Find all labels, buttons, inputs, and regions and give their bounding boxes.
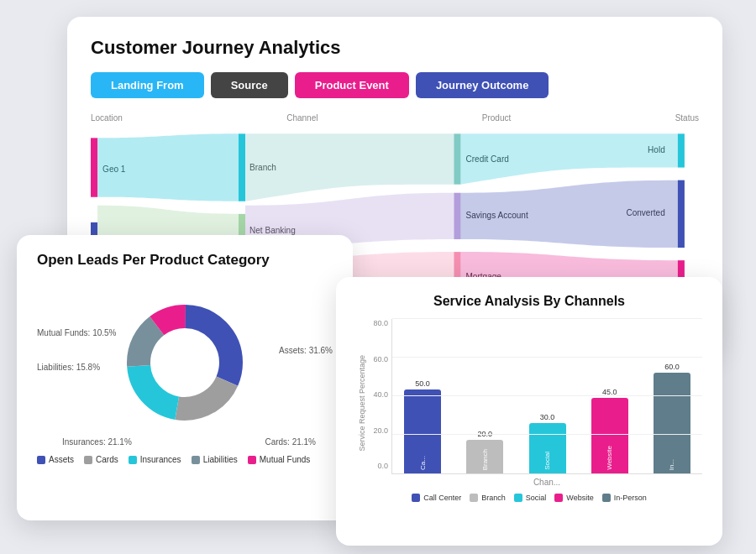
legend-insurances: Insurances xyxy=(129,455,181,464)
legend-label-assets: Assets xyxy=(49,455,74,464)
bar-inner-label-branch: Branch xyxy=(481,446,489,473)
legend-label-insurances: Insurances xyxy=(140,455,181,464)
col-label-product: Product xyxy=(482,113,511,123)
service-legend-branch: Branch xyxy=(470,494,506,502)
svg-rect-15 xyxy=(454,193,460,239)
legend-dot-assets xyxy=(37,456,45,464)
service-legend-label-website: Website xyxy=(566,494,593,502)
legend-label-mutual-funds: Mutual Funds xyxy=(260,455,311,464)
service-legend-label-call-center: Call Center xyxy=(423,494,461,502)
service-legend-call-center: Call Center xyxy=(412,494,461,502)
col-label-channel: Channel xyxy=(286,113,318,123)
y-label-0: 0.0 xyxy=(377,462,388,470)
service-legend-dot-website xyxy=(554,494,563,502)
col-label-status: Status xyxy=(675,113,699,123)
leads-title: Open Leads Per Product Category xyxy=(37,252,333,269)
y-label-80: 80.0 xyxy=(373,319,388,327)
tab-landing-from[interactable]: Landing From xyxy=(91,72,204,98)
bar-in-person: 60.0 In... xyxy=(648,363,696,473)
bar-area: 50.0 Ca... 20.0 Branch 30.0 xyxy=(391,319,702,487)
grid-line-40 xyxy=(392,395,702,396)
donut-chart xyxy=(118,295,252,430)
bar-social: 30.0 Social xyxy=(523,413,570,473)
grid-line-20 xyxy=(392,434,702,435)
legend-dot-mutual-funds xyxy=(248,456,256,464)
legend-cards: Cards xyxy=(84,455,118,464)
col-label-location: Location xyxy=(91,113,123,123)
legend-label-liabilities: Liabilities xyxy=(203,455,238,464)
bar-value-social: 30.0 xyxy=(540,413,555,421)
svg-rect-13 xyxy=(454,133,460,184)
service-legend: Call Center Branch Social Website In-Per… xyxy=(356,494,702,502)
legend-liabilities: Liabilities xyxy=(192,455,238,464)
svg-rect-23 xyxy=(678,180,685,248)
bar-rect-call-center: Ca... xyxy=(404,389,441,473)
donut-labels-right: Assets: 31.6% xyxy=(279,346,333,380)
bar-rect-branch: Branch xyxy=(466,440,503,473)
y-label-60: 60.0 xyxy=(373,355,388,363)
service-card: Service Analysis By Channels Service Req… xyxy=(336,277,722,546)
chart-container: Service Request Percentage 80.0 60.0 40.… xyxy=(356,319,702,487)
service-legend-dot-social xyxy=(514,494,522,502)
bar-rect-website: Website xyxy=(591,398,628,473)
service-legend-dot-call-center xyxy=(412,494,420,502)
legend-label-cards: Cards xyxy=(96,455,118,464)
filter-tabs: Landing From Source Product Event Journe… xyxy=(91,72,699,98)
scene: Customer Journey Analytics Landing From … xyxy=(17,17,739,537)
label-liabilities: Liabilities: 15.8% xyxy=(37,363,117,372)
svg-rect-21 xyxy=(678,133,685,167)
service-legend-dot-in-person xyxy=(602,494,611,502)
service-legend-in-person: In-Person xyxy=(602,494,647,502)
sankey-col-labels: Location Channel Product Status xyxy=(91,113,699,123)
service-title: Service Analysis By Channels xyxy=(356,294,702,309)
svg-rect-0 xyxy=(91,138,97,196)
label-insurances: Insurances: 21.1% xyxy=(62,437,132,447)
leads-legend: Assets Cards Insurances Liabilities Mutu… xyxy=(37,455,333,464)
bar-branch: 20.0 Branch xyxy=(461,430,508,473)
grid-line-60 xyxy=(392,357,702,358)
tab-product-event[interactable]: Product Event xyxy=(295,72,409,98)
grid-line-80 xyxy=(392,318,702,319)
svg-rect-5 xyxy=(239,133,245,201)
service-legend-social: Social xyxy=(514,494,547,502)
leads-card: Open Leads Per Product Category Mutual F… xyxy=(17,235,353,520)
service-legend-dot-branch xyxy=(470,494,478,502)
bar-website: 45.0 Website xyxy=(586,388,633,473)
bar-inner-label-social: Social xyxy=(543,448,551,473)
bar-inner-label-call-center: Ca... xyxy=(419,452,427,473)
service-legend-label-branch: Branch xyxy=(481,494,506,502)
label-assets: Assets: 31.6% xyxy=(279,346,333,355)
donut-labels-left: Mutual Funds: 10.5% Liabilities: 15.8% xyxy=(37,328,117,397)
y-label-20: 20.0 xyxy=(373,426,388,435)
legend-mutual-funds: Mutual Funds xyxy=(248,455,311,464)
y-axis: 80.0 60.0 40.0 20.0 0.0 xyxy=(366,319,391,487)
legend-assets: Assets xyxy=(37,455,74,464)
bar-value-call-center: 50.0 xyxy=(415,379,430,388)
bar-call-center: 50.0 Ca... xyxy=(399,379,446,473)
label-mutual-funds: Mutual Funds: 10.5% xyxy=(37,328,117,337)
service-legend-label-social: Social xyxy=(526,494,547,502)
y-axis-title: Service Request Percentage xyxy=(356,355,366,452)
x-axis-label: Chan... xyxy=(391,478,702,487)
y-label-40: 40.0 xyxy=(373,390,388,399)
bars-wrapper: 50.0 Ca... 20.0 Branch 30.0 xyxy=(391,319,702,474)
tab-journey-outcome[interactable]: Journey Outcome xyxy=(416,72,549,98)
svg-point-32 xyxy=(151,329,218,396)
label-cards: Cards: 21.1% xyxy=(265,437,316,447)
service-legend-label-in-person: In-Person xyxy=(614,494,647,502)
bar-inner-label-in-person: In... xyxy=(668,456,675,473)
bar-inner-label-website: Website xyxy=(606,442,613,473)
service-legend-website: Website xyxy=(554,494,593,502)
bar-value-in-person: 60.0 xyxy=(664,363,680,371)
bar-rect-social: Social xyxy=(529,423,566,473)
tab-source[interactable]: Source xyxy=(211,72,288,98)
legend-dot-insurances xyxy=(129,456,137,464)
legend-dot-liabilities xyxy=(192,456,200,464)
bar-rect-in-person: In... xyxy=(654,373,690,473)
main-card-title: Customer Journey Analytics xyxy=(91,37,699,59)
legend-dot-cards xyxy=(84,456,92,464)
donut-area: Mutual Funds: 10.5% Liabilities: 15.8% A… xyxy=(37,279,333,447)
